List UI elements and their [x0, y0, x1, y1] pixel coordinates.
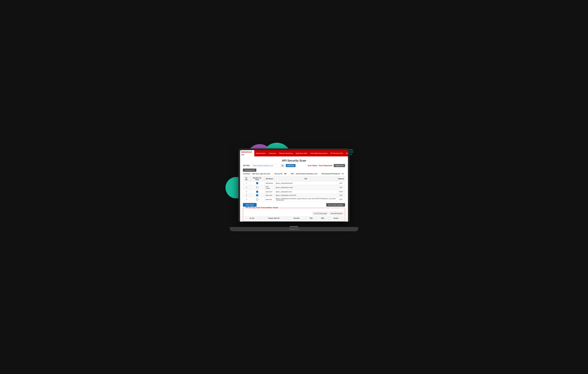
cell-checkbox[interactable]: [250, 190, 264, 194]
disable-scan-checkbox[interactable]: [256, 191, 258, 193]
nav-item-app-audit[interactable]: Application Audit: [294, 152, 309, 155]
scan-status: Scan Status : Scan Requested: [308, 165, 332, 166]
scan-script-button[interactable]: Scan Script Variables: [326, 203, 345, 207]
table-row: 2task-create{{base_url}}/api/task-create…: [243, 185, 345, 190]
upload-file-button[interactable]: Upload File: [334, 164, 345, 167]
cell-api-name: task-create: [264, 185, 274, 190]
service-id-label: Service ID :: [275, 173, 283, 175]
nav-item-vuln[interactable]: Vulnerability Assessment: [309, 152, 329, 155]
api-url-input[interactable]: [252, 164, 281, 167]
table-row: 1dashboard{{base_url}}/api/dashboardGET: [243, 181, 345, 185]
col-sr: Sr. No.: [243, 176, 250, 181]
api-url-bar: API URL : ▼ Add New Scan Status : Scan R…: [243, 164, 345, 172]
logo-text: INDUSFACE: [241, 151, 252, 153]
main-content: API Security Scan API URL : ▼ Add New Sc…: [240, 156, 348, 221]
page-title: API Security Scan: [243, 159, 345, 162]
vuln-col-sr: Sr. No.: [245, 216, 260, 220]
cell-sr: 5: [243, 197, 250, 202]
api-url-label: API URL :: [243, 165, 251, 166]
cell-uri: {{base_url}}/api/task-create: [274, 185, 337, 190]
cell-method: GET: [337, 185, 345, 190]
cell-uri: {{base_url}}/api/leave-list?search_statu…: [274, 197, 337, 202]
remaining-label: Remaining API Endpoint :: [322, 173, 341, 175]
cell-sr: 2: [243, 185, 250, 190]
customer-info: Customer : SSO One Login Account Service…: [243, 173, 345, 175]
col-disable: Disable For Scan: [250, 176, 264, 181]
table-row: 5leave-list{{base_url}}/api/leave-list?s…: [243, 197, 345, 202]
remaining-value: 15: [342, 173, 344, 175]
add-new-button[interactable]: Add New: [286, 164, 295, 167]
laptop-notch: [290, 226, 298, 227]
vuln-col-alert-id: Unique Alert ID: [260, 216, 288, 220]
laptop-screen: INDUSFACE WAS Administrators Customers M…: [240, 150, 348, 221]
vuln-header-buttons: List CS Scan-logs View All Results: [244, 211, 344, 215]
url-label: URL :: [291, 173, 295, 175]
url-field: URL : http://wastest.indusface.com: [291, 173, 317, 175]
cell-sr: 1: [243, 181, 250, 185]
cell-method: GET: [337, 181, 345, 185]
cell-method: GET: [337, 194, 345, 197]
vuln-col-severity: Severity: [288, 216, 305, 220]
action-buttons-bar: Start Scan Scan Script Variables: [243, 203, 345, 207]
nav-menu: Administrators Customers Malware Monitor…: [254, 152, 348, 155]
cell-checkbox[interactable]: [250, 185, 264, 190]
customer-field: Customer : SSO One Login Account: [243, 173, 270, 175]
url-value: http://wastest.indusface.com: [296, 173, 317, 175]
cell-checkbox[interactable]: [250, 194, 264, 197]
nav-item-malware[interactable]: Malware Monitoring: [278, 152, 294, 155]
cell-method: POST: [337, 190, 345, 194]
vuln-col-action: Action: [328, 216, 343, 220]
cell-uri: {{base_url}}/api/task-view?id=92: [274, 194, 337, 197]
cell-sr: 3: [243, 190, 250, 194]
nav-item-was-premium[interactable]: WAS Premium: [344, 152, 348, 155]
vuln-table: Sr. No. Unique Alert ID Severity Title U…: [244, 216, 344, 220]
cell-api-name: task-store: [264, 190, 274, 194]
vuln-section: API Security Audit Vulnerabilities Detai…: [243, 208, 345, 221]
laptop-base: [230, 227, 358, 231]
disable-scan-checkbox[interactable]: [256, 187, 258, 188]
vuln-col-title: Title: [305, 216, 317, 220]
logo-sub: WAS: [241, 154, 244, 155]
cell-api-name: task-view: [264, 194, 274, 197]
service-id-value: 388: [284, 173, 287, 175]
table-row: 3task-store{{base_url}}/api/task-storePO…: [243, 190, 345, 194]
col-api-name: API Name: [264, 176, 274, 181]
table-row: 4task-view{{base_url}}/api/task-view?id=…: [243, 194, 345, 197]
disable-scan-checkbox[interactable]: [256, 194, 258, 196]
customer-label: Customer :: [243, 173, 251, 175]
nav-item-api-audit[interactable]: API Security Audit: [329, 152, 344, 155]
cell-api-name: dashboard: [264, 181, 274, 185]
remaining-field: Remaining API Endpoint : 15: [322, 173, 344, 175]
cell-checkbox[interactable]: [250, 181, 264, 185]
nav-logo: INDUSFACE WAS: [240, 150, 254, 156]
cell-uri: {{base_url}}/api/dashboard: [274, 181, 337, 185]
col-uri: URI: [274, 176, 337, 181]
col-method: Method: [337, 176, 345, 181]
vuln-section-body: List CS Scan-logs View All Results Sr. N…: [243, 208, 345, 221]
navbar: INDUSFACE WAS Administrators Customers M…: [240, 150, 348, 156]
view-all-results-button[interactable]: View All Results: [329, 212, 344, 215]
download-file-button[interactable]: Download File: [243, 169, 256, 172]
cell-uri: {{base_url}}/api/task-store: [274, 190, 337, 194]
api-url-dropdown-btn[interactable]: ▼: [281, 164, 284, 167]
disable-scan-checkbox[interactable]: [256, 198, 258, 200]
cell-checkbox[interactable]: [250, 197, 264, 202]
api-table: Sr. No. Disable For Scan API Name URI Me…: [243, 176, 345, 202]
vuln-section-title: API Security Audit Vulnerabilities Detai…: [244, 207, 279, 209]
disable-scan-checkbox[interactable]: [256, 182, 258, 184]
vuln-col-url: URL: [317, 216, 328, 220]
start-scan-button[interactable]: Start Scan: [243, 203, 257, 207]
laptop-frame: INDUSFACE WAS Administrators Customers M…: [238, 148, 350, 221]
cell-api-name: leave-list: [264, 197, 274, 202]
nav-item-administrators[interactable]: Administrators: [254, 152, 267, 155]
nav-item-customers[interactable]: Customers: [267, 152, 278, 155]
service-id-field: Service ID : 388: [275, 173, 287, 175]
cell-sr: 4: [243, 194, 250, 197]
cell-method: GET: [337, 197, 345, 202]
customer-value: SSO One Login Account: [252, 173, 270, 175]
api-url-select[interactable]: ▼: [252, 164, 284, 167]
list-cs-logs-button[interactable]: List CS Scan-logs: [313, 212, 328, 215]
